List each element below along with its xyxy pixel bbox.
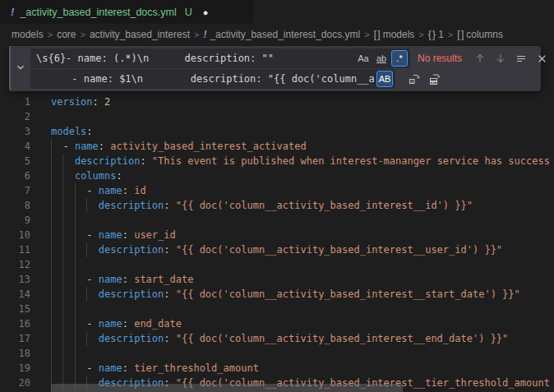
replace-button[interactable]: c <box>405 70 423 88</box>
find-input[interactable]: \s{6}- name: (.*)\n description: "" Aaab… <box>30 48 410 68</box>
indent-guide <box>51 316 52 331</box>
line-content: description: "{{ doc('column__activity_b… <box>30 198 554 213</box>
breadcrumb-item-models[interactable]: models <box>12 29 44 40</box>
indent-guide <box>86 198 87 213</box>
indent-guide <box>86 242 87 257</box>
replace-input[interactable]: - name: $1\n description: "{{ doc('colum… <box>30 69 395 89</box>
line-content <box>30 213 554 228</box>
line-number: 18 <box>0 346 30 361</box>
breadcrumb-label: activity_based_interest <box>90 29 190 40</box>
svg-text:c: c <box>411 79 413 84</box>
indent-guide <box>75 346 76 361</box>
match-case-toggle[interactable]: Aa <box>355 50 372 67</box>
whole-word-toggle[interactable]: ab <box>373 50 390 67</box>
editor-line: 14 description: "{{ doc('column__activit… <box>0 287 554 302</box>
indent-guide <box>62 183 63 198</box>
indent-guide <box>51 154 52 168</box>
replace-value-text: - name: $1\n description: "{{ doc('colum… <box>30 73 374 85</box>
vscode-window: ! _activity_based_interest_docs.yml U ● … <box>0 0 554 392</box>
indent-guide <box>62 154 63 168</box>
find-status: No results <box>418 53 469 64</box>
replace-all-button[interactable]: ac <box>426 70 444 88</box>
indent-guide <box>62 302 63 316</box>
line-number: 14 <box>0 287 30 302</box>
breadcrumb-label: _activity_based_interest_docs.yml <box>210 29 360 40</box>
line-content: version: 2 <box>30 95 554 109</box>
indent-guide <box>51 168 52 183</box>
indent-guide <box>86 287 87 302</box>
find-replace-widget: \s{6}- name: (.*)\n description: "" Aaab… <box>9 46 541 91</box>
selection-lines-icon <box>515 52 528 65</box>
line-number: 11 <box>0 242 30 257</box>
unsaved-changes-dot[interactable]: ● <box>203 7 209 17</box>
close-icon <box>536 53 548 65</box>
line-number: 6 <box>0 168 30 183</box>
horizontal-scrollbar[interactable] <box>51 384 403 392</box>
indent-guide <box>75 361 76 376</box>
breadcrumb-item-activity-based-interest[interactable]: activity_based_interest <box>90 29 190 40</box>
line-number: 16 <box>0 316 30 331</box>
indent-guide <box>62 316 63 331</box>
breadcrumb: models>core>activity_based_interest>!_ac… <box>0 24 554 45</box>
yaml-file-icon: ! <box>203 29 206 40</box>
line-content: - name: start_date <box>30 272 554 287</box>
indent-guide <box>75 183 76 198</box>
editor-line: 11 description: "{{ doc('column__activit… <box>0 242 554 257</box>
breadcrumb-item-core[interactable]: core <box>57 29 76 40</box>
breadcrumb-separator: > <box>448 30 453 39</box>
indent-guide <box>51 272 52 287</box>
indent-guide <box>51 139 52 154</box>
arrow-up-icon <box>473 52 487 65</box>
editor-line: 5 description: "This event is published … <box>0 154 554 168</box>
editor-pane[interactable]: 1version: 223models:4 - name: activity_b… <box>0 45 554 392</box>
indent-guide <box>75 257 76 272</box>
indent-guide <box>51 198 52 213</box>
indent-guide <box>51 331 52 346</box>
previous-match-button[interactable] <box>471 49 489 67</box>
line-number: 15 <box>0 302 30 316</box>
indent-guide <box>51 287 52 302</box>
breadcrumb-item-columns[interactable]: [ ]columns <box>457 29 503 40</box>
editor-line: 19 - name: tier_threshold_amount <box>0 361 554 376</box>
indent-guide <box>75 302 76 316</box>
breadcrumb-separator: > <box>418 30 423 39</box>
indent-guide <box>75 331 76 346</box>
line-number: 4 <box>0 139 30 154</box>
indent-guide <box>62 242 63 257</box>
next-match-button[interactable] <box>492 49 510 67</box>
editor-line: 4 - name: activity_based_interest_activa… <box>0 139 554 154</box>
replace-all-icon: ac <box>428 72 441 85</box>
line-number: 12 <box>0 257 30 272</box>
indent-guide <box>62 257 63 272</box>
breadcrumb-item-1[interactable]: { }1 <box>428 29 444 40</box>
line-number: 3 <box>0 124 30 139</box>
indent-guide <box>51 257 52 272</box>
indent-guide <box>75 198 76 213</box>
indent-guide <box>62 331 63 346</box>
line-content: description: "{{ doc('column__activity_b… <box>30 242 554 257</box>
find-in-selection-button[interactable] <box>512 49 530 67</box>
editor-line: 9 <box>0 213 554 228</box>
line-number: 1 <box>0 95 30 109</box>
close-button[interactable] <box>533 49 551 67</box>
find-row: \s{6}- name: (.*)\n description: "" Aaab… <box>30 48 551 68</box>
indent-guide <box>75 287 76 302</box>
line-content: - name: end_date <box>30 316 554 331</box>
line-content: description: "{{ doc('column__activity_b… <box>30 331 554 346</box>
breadcrumb-item--activity-based-interest-docs-yml[interactable]: !_activity_based_interest_docs.yml <box>203 29 360 40</box>
preserve-case-toggle[interactable]: AB <box>376 71 393 87</box>
indent-guide <box>62 213 63 228</box>
regex-toggle[interactable]: .* <box>391 50 408 67</box>
toggle-replace-button[interactable] <box>11 46 30 91</box>
indent-guide <box>75 242 76 257</box>
code-lines: 1version: 223models:4 - name: activity_b… <box>0 45 554 390</box>
indent-guide <box>75 316 76 331</box>
symbol-icon: [ ] <box>374 29 380 40</box>
editor-tab[interactable]: ! _activity_based_interest_docs.yml U ● <box>0 0 254 24</box>
indent-guide <box>86 331 87 346</box>
indent-guide <box>62 228 63 242</box>
line-content: models: <box>30 124 554 139</box>
breadcrumb-item-models[interactable]: [ ]models <box>374 29 415 40</box>
line-content: - name: id <box>30 183 554 198</box>
breadcrumb-separator: > <box>364 30 369 39</box>
